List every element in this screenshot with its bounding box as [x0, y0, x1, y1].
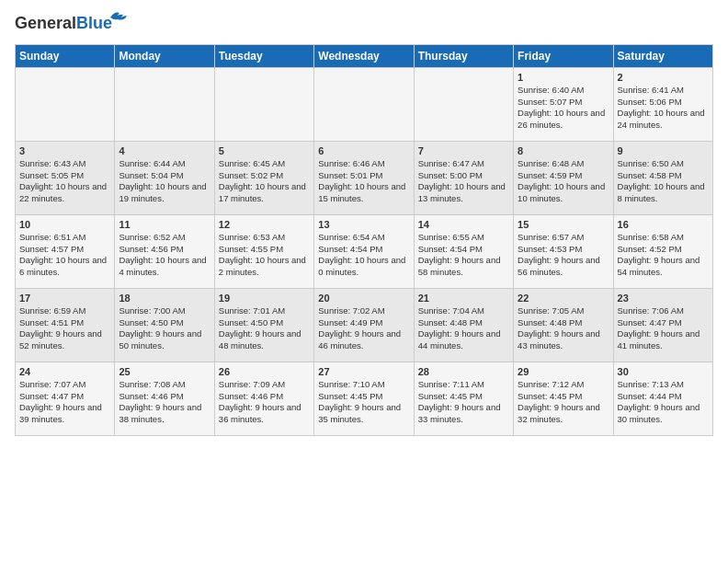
calendar-cell: 11Sunrise: 6:52 AM Sunset: 4:56 PM Dayli… — [115, 214, 214, 288]
day-number: 24 — [19, 366, 110, 377]
day-number: 26 — [219, 366, 310, 377]
logo: GeneralBlue — [15, 15, 112, 33]
day-info: Sunrise: 7:11 AM Sunset: 4:45 PM Dayligh… — [418, 379, 509, 426]
calendar-cell: 28Sunrise: 7:11 AM Sunset: 4:45 PM Dayli… — [414, 362, 513, 435]
day-info: Sunrise: 7:01 AM Sunset: 4:50 PM Dayligh… — [219, 305, 310, 352]
day-number: 11 — [119, 219, 210, 230]
calendar-cell: 2Sunrise: 6:41 AM Sunset: 5:06 PM Daylig… — [613, 67, 712, 141]
calendar-cell: 27Sunrise: 7:10 AM Sunset: 4:45 PM Dayli… — [314, 362, 414, 435]
day-info: Sunrise: 6:55 AM Sunset: 4:54 PM Dayligh… — [418, 232, 509, 279]
calendar-cell: 17Sunrise: 6:59 AM Sunset: 4:51 PM Dayli… — [16, 288, 115, 362]
day-info: Sunrise: 7:00 AM Sunset: 4:50 PM Dayligh… — [119, 305, 210, 352]
day-number: 17 — [19, 293, 110, 304]
day-number: 8 — [518, 145, 609, 156]
day-number: 18 — [119, 293, 210, 304]
calendar-cell: 5Sunrise: 6:45 AM Sunset: 5:02 PM Daylig… — [214, 141, 313, 214]
day-info: Sunrise: 6:54 AM Sunset: 4:54 PM Dayligh… — [318, 232, 409, 279]
day-number: 3 — [19, 145, 110, 156]
week-row-4: 24Sunrise: 7:07 AM Sunset: 4:47 PM Dayli… — [16, 362, 713, 435]
calendar-cell: 14Sunrise: 6:55 AM Sunset: 4:54 PM Dayli… — [414, 214, 513, 288]
calendar-cell: 13Sunrise: 6:54 AM Sunset: 4:54 PM Dayli… — [314, 214, 414, 288]
calendar-cell: 6Sunrise: 6:46 AM Sunset: 5:01 PM Daylig… — [314, 141, 414, 214]
day-info: Sunrise: 6:40 AM Sunset: 5:07 PM Dayligh… — [518, 85, 609, 132]
calendar-cell: 21Sunrise: 7:04 AM Sunset: 4:48 PM Dayli… — [414, 288, 513, 362]
day-number: 27 — [318, 366, 409, 377]
calendar-cell: 4Sunrise: 6:44 AM Sunset: 5:04 PM Daylig… — [115, 141, 214, 214]
calendar-cell: 15Sunrise: 6:57 AM Sunset: 4:53 PM Dayli… — [514, 214, 613, 288]
page-header: GeneralBlue — [15, 15, 713, 33]
day-info: Sunrise: 6:57 AM Sunset: 4:53 PM Dayligh… — [518, 232, 609, 279]
day-number: 25 — [119, 366, 210, 377]
day-number: 29 — [518, 366, 609, 377]
calendar-cell: 22Sunrise: 7:05 AM Sunset: 4:48 PM Dayli… — [514, 288, 613, 362]
day-info: Sunrise: 6:47 AM Sunset: 5:00 PM Dayligh… — [418, 158, 509, 205]
calendar-cell: 9Sunrise: 6:50 AM Sunset: 4:58 PM Daylig… — [613, 141, 712, 214]
day-number: 28 — [418, 366, 509, 377]
day-number: 6 — [318, 145, 409, 156]
calendar-cell: 25Sunrise: 7:08 AM Sunset: 4:46 PM Dayli… — [115, 362, 214, 435]
day-info: Sunrise: 7:06 AM Sunset: 4:47 PM Dayligh… — [618, 305, 709, 352]
calendar-cell — [16, 67, 115, 141]
calendar-cell: 29Sunrise: 7:12 AM Sunset: 4:45 PM Dayli… — [514, 362, 613, 435]
day-info: Sunrise: 6:45 AM Sunset: 5:02 PM Dayligh… — [219, 158, 310, 205]
day-info: Sunrise: 6:53 AM Sunset: 4:55 PM Dayligh… — [219, 232, 310, 279]
day-number: 14 — [418, 219, 509, 230]
calendar-table: SundayMondayTuesdayWednesdayThursdayFrid… — [15, 44, 713, 436]
day-number: 2 — [618, 72, 709, 83]
header-monday: Monday — [115, 44, 214, 67]
day-info: Sunrise: 6:43 AM Sunset: 5:05 PM Dayligh… — [19, 158, 110, 205]
day-number: 13 — [318, 219, 409, 230]
day-info: Sunrise: 7:05 AM Sunset: 4:48 PM Dayligh… — [518, 305, 609, 352]
day-info: Sunrise: 6:50 AM Sunset: 4:58 PM Dayligh… — [618, 158, 709, 205]
day-number: 20 — [318, 293, 409, 304]
day-number: 4 — [119, 145, 210, 156]
calendar-cell: 7Sunrise: 6:47 AM Sunset: 5:00 PM Daylig… — [414, 141, 513, 214]
days-header-row: SundayMondayTuesdayWednesdayThursdayFrid… — [16, 44, 713, 67]
calendar-cell: 24Sunrise: 7:07 AM Sunset: 4:47 PM Dayli… — [16, 362, 115, 435]
day-info: Sunrise: 7:07 AM Sunset: 4:47 PM Dayligh… — [19, 379, 110, 426]
day-number: 10 — [19, 219, 110, 230]
day-number: 7 — [418, 145, 509, 156]
day-info: Sunrise: 6:44 AM Sunset: 5:04 PM Dayligh… — [119, 158, 210, 205]
calendar-cell: 20Sunrise: 7:02 AM Sunset: 4:49 PM Dayli… — [314, 288, 414, 362]
day-info: Sunrise: 7:08 AM Sunset: 4:46 PM Dayligh… — [119, 379, 210, 426]
day-number: 30 — [618, 366, 709, 377]
header-saturday: Saturday — [613, 44, 712, 67]
day-info: Sunrise: 7:09 AM Sunset: 4:46 PM Dayligh… — [219, 379, 310, 426]
calendar-cell: 23Sunrise: 7:06 AM Sunset: 4:47 PM Dayli… — [613, 288, 712, 362]
week-row-1: 3Sunrise: 6:43 AM Sunset: 5:05 PM Daylig… — [16, 141, 713, 214]
logo-bird-icon — [110, 11, 129, 24]
day-number: 19 — [219, 293, 310, 304]
day-info: Sunrise: 6:46 AM Sunset: 5:01 PM Dayligh… — [318, 158, 409, 205]
day-info: Sunrise: 7:12 AM Sunset: 4:45 PM Dayligh… — [518, 379, 609, 426]
day-number: 9 — [618, 145, 709, 156]
day-info: Sunrise: 6:59 AM Sunset: 4:51 PM Dayligh… — [19, 305, 110, 352]
day-number: 21 — [418, 293, 509, 304]
logo-blue: Blue — [76, 14, 112, 32]
calendar-cell: 3Sunrise: 6:43 AM Sunset: 5:05 PM Daylig… — [16, 141, 115, 214]
day-info: Sunrise: 7:13 AM Sunset: 4:44 PM Dayligh… — [618, 379, 709, 426]
calendar-cell — [214, 67, 313, 141]
calendar-cell: 1Sunrise: 6:40 AM Sunset: 5:07 PM Daylig… — [514, 67, 613, 141]
week-row-2: 10Sunrise: 6:51 AM Sunset: 4:57 PM Dayli… — [16, 214, 713, 288]
calendar-cell: 8Sunrise: 6:48 AM Sunset: 4:59 PM Daylig… — [514, 141, 613, 214]
day-number: 1 — [518, 72, 609, 83]
calendar-cell: 12Sunrise: 6:53 AM Sunset: 4:55 PM Dayli… — [214, 214, 313, 288]
header-thursday: Thursday — [414, 44, 513, 67]
header-wednesday: Wednesday — [314, 44, 414, 67]
day-info: Sunrise: 6:51 AM Sunset: 4:57 PM Dayligh… — [19, 232, 110, 279]
logo-general: GeneralBlue — [15, 15, 112, 33]
week-row-0: 1Sunrise: 6:40 AM Sunset: 5:07 PM Daylig… — [16, 67, 713, 141]
day-info: Sunrise: 7:04 AM Sunset: 4:48 PM Dayligh… — [418, 305, 509, 352]
calendar-cell: 16Sunrise: 6:58 AM Sunset: 4:52 PM Dayli… — [613, 214, 712, 288]
calendar-cell — [414, 67, 513, 141]
calendar-cell: 18Sunrise: 7:00 AM Sunset: 4:50 PM Dayli… — [115, 288, 214, 362]
day-number: 5 — [219, 145, 310, 156]
calendar-cell — [115, 67, 214, 141]
week-row-3: 17Sunrise: 6:59 AM Sunset: 4:51 PM Dayli… — [16, 288, 713, 362]
day-info: Sunrise: 7:10 AM Sunset: 4:45 PM Dayligh… — [318, 379, 409, 426]
day-number: 23 — [618, 293, 709, 304]
day-number: 15 — [518, 219, 609, 230]
calendar-cell: 30Sunrise: 7:13 AM Sunset: 4:44 PM Dayli… — [613, 362, 712, 435]
day-info: Sunrise: 7:02 AM Sunset: 4:49 PM Dayligh… — [318, 305, 409, 352]
